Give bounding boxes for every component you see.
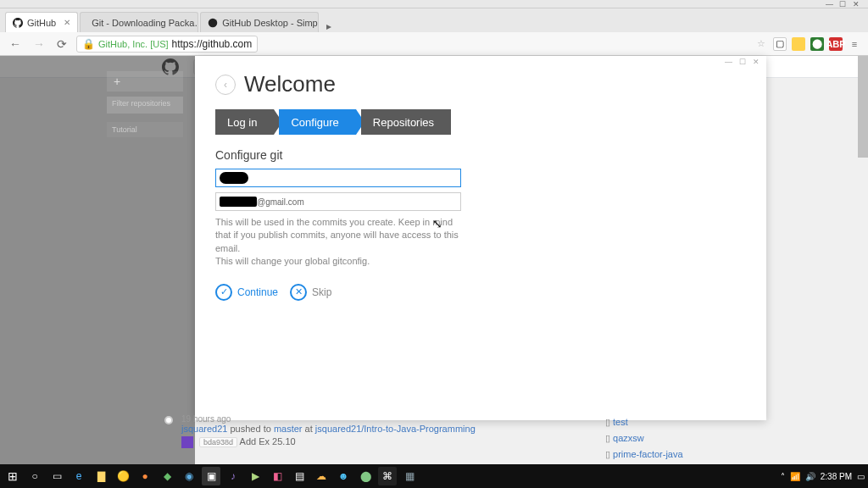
browser-tab-git[interactable]: Git - Downloading Packa… ✕	[80, 12, 198, 32]
step-configure[interactable]: Configure	[279, 109, 355, 135]
tray-icon[interactable]: 📶	[790, 472, 800, 481]
plus-icon: +	[114, 75, 120, 88]
cortana-icon[interactable]: ○	[25, 467, 44, 485]
tab-title: Git - Downloading Packa…	[92, 18, 198, 28]
app-icon[interactable]: ▶	[246, 467, 264, 485]
url-text: https://github.com	[172, 38, 253, 50]
extension-icon[interactable]	[792, 37, 805, 51]
repo-list: test qazxsw prime-factor-java	[605, 414, 860, 463]
task-view-icon[interactable]: ▭	[47, 467, 66, 485]
email-suffix: @gmail.com	[257, 197, 304, 207]
app-icon[interactable]: ⌘	[378, 467, 397, 485]
github-icon	[208, 18, 218, 28]
minimize-icon[interactable]: —	[725, 58, 732, 68]
continue-button[interactable]: ✓ Continue	[215, 284, 278, 301]
redacted-email	[220, 197, 257, 207]
action-center-icon[interactable]: ▭	[857, 472, 865, 481]
window-controls[interactable]: — ☐ ✕	[826, 0, 860, 8]
browser-tab-desktop[interactable]: GitHub Desktop - Simpl… ✕	[200, 12, 319, 32]
help-text: This will be used in the commits you cre…	[215, 216, 461, 255]
adblock-icon[interactable]: ABP	[829, 37, 843, 51]
timeline-dot-icon	[164, 416, 173, 424]
close-icon[interactable]: ✕	[753, 58, 760, 68]
app-icon[interactable]: ☻	[334, 467, 353, 485]
tab-title: GitHub	[27, 18, 56, 28]
github-icon	[13, 18, 23, 28]
section-title: Configure git	[215, 148, 746, 162]
repo-item[interactable]: qazxsw	[605, 430, 860, 446]
commit-sha[interactable]: bda938d	[199, 437, 237, 447]
commit-message: Add Ex 25.10	[240, 436, 296, 446]
browser-tab-strip: GitHub ✕ Git - Downloading Packa… ✕ GitH…	[0, 8, 868, 32]
close-icon[interactable]: ✕	[64, 18, 70, 27]
vertical-scrollbar[interactable]	[858, 56, 868, 464]
skip-button[interactable]: ✕ Skip	[290, 284, 331, 301]
app-icon[interactable]: ◉	[180, 467, 198, 485]
app-icon[interactable]: ◆	[158, 467, 176, 485]
repo-item[interactable]: test	[605, 414, 860, 430]
close-icon: ✕	[290, 284, 307, 301]
start-button[interactable]: ⊞	[3, 467, 22, 485]
reload-button[interactable]: ⟳	[54, 37, 70, 51]
lock-icon: 🔒	[82, 38, 95, 50]
address-bar[interactable]: 🔒 GitHub, Inc. [US] https://github.com	[76, 36, 258, 53]
help-text: This will change your global gitconfig.	[215, 255, 461, 268]
welcome-window: — ☐ ✕ ‹ Welcome Log in Configure Reposit…	[195, 56, 766, 420]
app-icon[interactable]: ☁	[312, 467, 331, 485]
branch-link[interactable]: master	[274, 424, 303, 434]
app-icon[interactable]: ⬤	[356, 467, 375, 485]
browser-toolbar: ← → ⟳ 🔒 GitHub, Inc. [US] https://github…	[0, 32, 868, 56]
scrollbar-thumb[interactable]	[858, 56, 868, 158]
filter-repos-input[interactable]: Filter repositories	[107, 97, 183, 114]
back-icon[interactable]: ‹	[215, 75, 236, 95]
app-icon[interactable]: ♪	[224, 467, 242, 485]
tray-icon[interactable]: 🔊	[805, 472, 815, 481]
welcome-title: Welcome	[244, 71, 336, 97]
step-repositories[interactable]: Repositories	[361, 109, 451, 135]
maximize-icon[interactable]: ☐	[739, 58, 746, 68]
firefox-icon[interactable]: ●	[136, 467, 154, 485]
extension-icon[interactable]: ⬤	[810, 37, 824, 51]
check-icon: ✓	[215, 284, 232, 301]
app-icon[interactable]: ▤	[290, 467, 309, 485]
chrome-icon[interactable]: 🟡	[114, 467, 132, 485]
tray-arrow-icon[interactable]: ˄	[781, 472, 785, 481]
repo-item[interactable]: prime-factor-java	[605, 446, 860, 463]
sidebar-item-tutorial[interactable]: Tutorial	[107, 122, 183, 137]
secure-org: GitHub, Inc. [US]	[98, 39, 169, 49]
redacted-name	[220, 172, 248, 184]
bookmark-star-icon[interactable]: ☆	[754, 37, 768, 51]
repo-link[interactable]: jsquared21/Intro-to-Java-Programming	[315, 424, 476, 434]
forward-button[interactable]: →	[31, 37, 47, 51]
extension-icon[interactable]: ▢	[773, 37, 787, 51]
svg-point-0	[209, 18, 218, 27]
app-icon[interactable]: ▣	[202, 467, 220, 485]
desktop-sidebar: + Filter repositories Tutorial	[0, 56, 195, 464]
explorer-icon[interactable]: ▇	[92, 467, 110, 485]
back-button[interactable]: ←	[7, 37, 24, 51]
name-field[interactable]	[215, 169, 461, 187]
new-tab-button[interactable]: ▸	[320, 20, 337, 32]
window-titlebar: — ☐ ✕	[0, 0, 868, 8]
event-time: 19 hours ago	[181, 414, 580, 424]
add-repo-button[interactable]: +	[107, 71, 183, 92]
email-field[interactable]: @gmail.com	[215, 192, 461, 211]
actor-link[interactable]: jsquared21	[181, 424, 227, 434]
edge-icon[interactable]: e	[70, 467, 88, 485]
browser-menu-icon[interactable]: ≡	[848, 37, 861, 51]
activity-feed: 19 hours ago jsquared21 pushed to master…	[170, 414, 860, 463]
app-icon[interactable]: ▦	[400, 467, 419, 485]
app-icon[interactable]: ◧	[268, 467, 287, 485]
step-breadcrumb: Log in Configure Repositories	[215, 109, 746, 135]
step-login[interactable]: Log in	[215, 109, 274, 135]
windows-taskbar: ⊞ ○ ▭ e ▇ 🟡 ● ◆ ◉ ▣ ♪ ▶ ◧ ▤ ☁ ☻ ⬤ ⌘ ▦ ˄ …	[0, 464, 868, 488]
tab-title: GitHub Desktop - Simpl…	[222, 18, 319, 28]
event-title: jsquared21 pushed to master at jsquared2…	[181, 424, 580, 434]
browser-tab-github[interactable]: GitHub ✕	[5, 12, 78, 32]
commit-avatar	[181, 436, 193, 448]
clock[interactable]: 2:38 PM	[821, 472, 852, 481]
